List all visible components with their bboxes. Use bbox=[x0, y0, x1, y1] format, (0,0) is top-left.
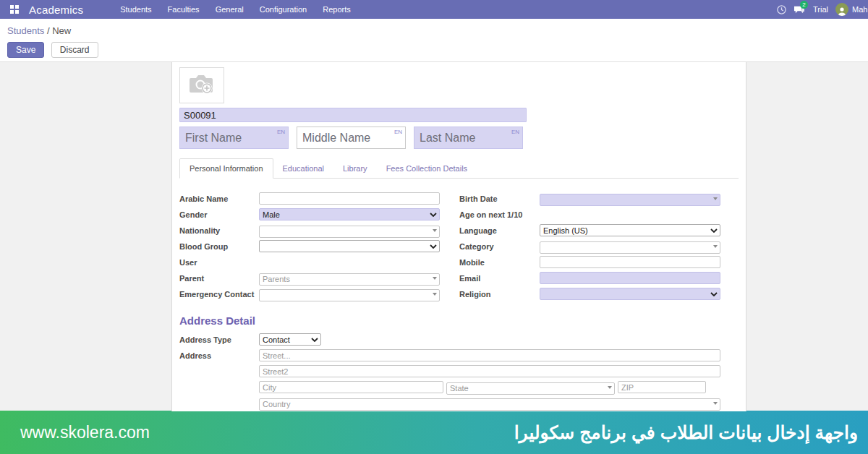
zip-input[interactable] bbox=[618, 381, 706, 393]
app-title[interactable]: Academics bbox=[29, 4, 83, 16]
breadcrumb-students-link[interactable]: Students bbox=[7, 25, 44, 36]
student-id-input[interactable] bbox=[179, 108, 527, 122]
first-name-lang-badge[interactable]: EN bbox=[277, 129, 285, 135]
category-combo[interactable] bbox=[540, 240, 720, 252]
tab-library[interactable]: Library bbox=[333, 159, 377, 178]
mobile-input[interactable] bbox=[540, 256, 720, 268]
birth-date-picker[interactable] bbox=[540, 192, 720, 205]
user-label: User bbox=[179, 258, 259, 267]
combo-caret-icon[interactable] bbox=[433, 277, 437, 280]
user-avatar-icon[interactable] bbox=[835, 3, 848, 16]
combo-caret-icon[interactable] bbox=[713, 197, 718, 200]
student-photo-upload[interactable] bbox=[179, 67, 224, 103]
blood-group-select[interactable] bbox=[259, 240, 440, 252]
combo-caret-icon[interactable] bbox=[713, 245, 718, 248]
language-label: Language bbox=[459, 226, 540, 235]
age-label: Age on next 1/10 bbox=[459, 210, 540, 219]
camera-add-icon bbox=[188, 74, 216, 97]
category-input[interactable] bbox=[540, 241, 720, 254]
menu-item-general[interactable]: General bbox=[208, 0, 252, 19]
promo-banner: www.skolera.com واجهة إدخال بيانات الطلا… bbox=[0, 411, 868, 454]
religion-select[interactable] bbox=[540, 288, 720, 300]
name-fields-row: EN EN EN bbox=[179, 127, 739, 149]
form-column-left: Arabic Name Gender Male Nationality bbox=[179, 192, 459, 304]
menu-item-configuration[interactable]: Configuration bbox=[252, 0, 315, 19]
gender-select[interactable]: Male bbox=[259, 208, 440, 220]
menu-item-students[interactable]: Students bbox=[112, 0, 159, 19]
language-select[interactable]: English (US) bbox=[540, 224, 720, 236]
street2-input[interactable] bbox=[259, 365, 720, 377]
nationality-input[interactable] bbox=[259, 226, 440, 238]
parent-label: Parent bbox=[179, 274, 259, 283]
gender-label: Gender bbox=[179, 210, 259, 219]
combo-caret-icon[interactable] bbox=[433, 293, 437, 296]
discard-button[interactable]: Discard bbox=[51, 42, 98, 58]
breadcrumb: Students / New bbox=[7, 25, 861, 36]
save-button[interactable]: Save bbox=[7, 42, 44, 58]
email-input[interactable] bbox=[540, 272, 720, 284]
chevron-down-icon bbox=[710, 292, 718, 296]
emergency-contact-input[interactable] bbox=[259, 289, 440, 301]
main-menu: Students Faculties General Configuration… bbox=[112, 0, 359, 19]
content-area: EN EN EN Personal Information Educationa… bbox=[0, 61, 868, 411]
nationality-combo[interactable] bbox=[259, 224, 440, 236]
birth-date-label: Birth Date bbox=[459, 194, 540, 203]
city-input[interactable] bbox=[259, 381, 443, 393]
state-input[interactable] bbox=[446, 382, 615, 395]
first-name-input[interactable] bbox=[180, 127, 288, 148]
banner-caption-arabic: واجهة إدخال بيانات الطلاب في برنامج سكول… bbox=[514, 422, 858, 443]
action-buttons: Save Discard bbox=[7, 42, 861, 58]
first-name-field-wrap: EN bbox=[179, 127, 289, 149]
tab-educational[interactable]: Educational bbox=[273, 159, 334, 178]
plan-label[interactable]: Trial bbox=[813, 5, 828, 14]
chevron-down-icon bbox=[430, 244, 437, 249]
religion-label: Religion bbox=[459, 290, 540, 299]
tab-fees-collection-details[interactable]: Fees Collection Details bbox=[377, 159, 477, 178]
middle-name-lang-badge[interactable]: EN bbox=[394, 129, 402, 135]
category-label: Category bbox=[459, 242, 540, 251]
blood-group-label: Blood Group bbox=[179, 242, 259, 251]
form-column-right: Birth Date Age on next 1/10 Language Eng… bbox=[459, 192, 720, 304]
last-name-lang-badge[interactable]: EN bbox=[511, 129, 519, 135]
chevron-down-icon bbox=[430, 213, 437, 217]
last-name-field-wrap: EN bbox=[414, 127, 523, 149]
personal-info-grid: Arabic Name Gender Male Nationality bbox=[179, 192, 739, 304]
birth-date-input[interactable] bbox=[540, 194, 720, 206]
last-name-input[interactable] bbox=[414, 127, 522, 148]
middle-name-field-wrap: EN bbox=[297, 127, 406, 149]
user-name[interactable]: Mah bbox=[852, 5, 868, 14]
parent-combo[interactable] bbox=[259, 272, 440, 284]
activity-clock-icon[interactable] bbox=[773, 0, 790, 19]
nationality-label: Nationality bbox=[179, 226, 259, 235]
middle-name-input[interactable] bbox=[297, 127, 405, 148]
message-count-badge: 2 bbox=[800, 1, 808, 9]
street-input[interactable] bbox=[259, 349, 720, 361]
top-navbar: Academics Students Faculties General Con… bbox=[0, 0, 868, 19]
combo-caret-icon[interactable] bbox=[608, 386, 612, 389]
arabic-name-input[interactable] bbox=[259, 192, 440, 205]
menu-item-faculties[interactable]: Faculties bbox=[160, 0, 208, 19]
tab-personal-information[interactable]: Personal Information bbox=[179, 158, 273, 179]
arabic-name-label: Arabic Name bbox=[179, 194, 259, 203]
address-label: Address bbox=[179, 351, 259, 360]
emergency-contact-combo[interactable] bbox=[259, 288, 440, 300]
state-combo[interactable] bbox=[446, 381, 615, 393]
form-tabs: Personal Information Educational Library… bbox=[179, 158, 739, 179]
chevron-down-icon bbox=[710, 228, 718, 233]
address-detail-heading: Address Detail bbox=[179, 314, 739, 327]
address-type-label: Address Type bbox=[179, 335, 259, 344]
website-url: www.skolera.com bbox=[20, 423, 150, 442]
menu-item-reports[interactable]: Reports bbox=[315, 0, 359, 19]
address-type-select[interactable]: Contact bbox=[259, 333, 321, 346]
combo-caret-icon[interactable] bbox=[433, 229, 437, 232]
combo-caret-icon[interactable] bbox=[713, 402, 718, 405]
email-label: Email bbox=[459, 274, 540, 283]
emergency-contact-label: Emergency Contact bbox=[179, 290, 259, 299]
topbar-right: 2 Trial Mah bbox=[773, 0, 868, 19]
country-combo[interactable] bbox=[259, 397, 720, 409]
apps-grid-icon[interactable] bbox=[6, 0, 23, 19]
breadcrumb-separator: / bbox=[47, 25, 50, 36]
country-input[interactable] bbox=[259, 398, 720, 411]
messages-icon[interactable]: 2 bbox=[790, 0, 807, 19]
parent-input[interactable] bbox=[259, 273, 440, 286]
